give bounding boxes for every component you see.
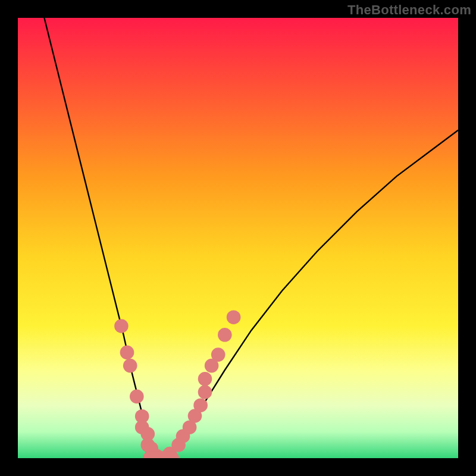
chart-svg [18, 18, 458, 458]
curve-left [44, 18, 159, 458]
scatter-left-dot [120, 346, 134, 360]
plot-area [18, 18, 458, 458]
scatter-right-dot [198, 385, 212, 399]
scatter-right-dot [227, 310, 241, 324]
scatter-right-dot [193, 398, 208, 412]
scatter-right-dot [211, 347, 226, 362]
scatter-right-dot [198, 372, 212, 386]
scatter-left-dot [130, 390, 144, 404]
chart-frame: TheBottleneck.com [0, 0, 476, 476]
scatter-right-dot [218, 328, 232, 342]
scatter-left-dot [114, 319, 129, 333]
watermark-text: TheBottleneck.com [347, 2, 471, 18]
scatter-left-dot [123, 359, 137, 373]
